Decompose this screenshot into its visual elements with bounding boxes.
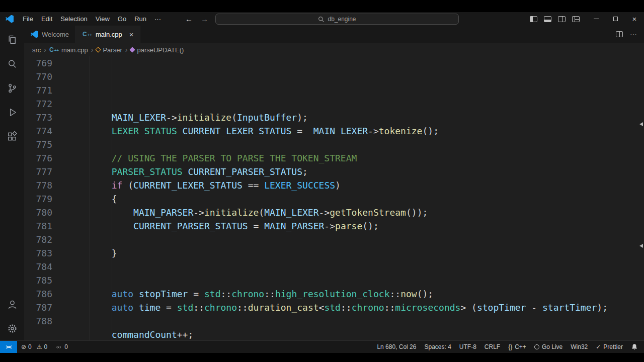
- prettier-label: Prettier: [603, 343, 623, 350]
- close-button[interactable]: ×: [625, 12, 644, 26]
- breadcrumb-item-src[interactable]: src: [32, 46, 41, 54]
- code-line[interactable]: [59, 138, 644, 151]
- line-number[interactable]: 780: [24, 206, 59, 219]
- line-number[interactable]: 782: [24, 233, 59, 246]
- tab-welcome[interactable]: Welcome: [24, 26, 76, 43]
- line-number[interactable]: 773: [24, 111, 59, 124]
- notifications-bell[interactable]: [627, 341, 642, 353]
- account-icon[interactable]: [0, 292, 24, 316]
- line-number[interactable]: 772: [24, 97, 59, 111]
- eol-status[interactable]: CRLF: [480, 341, 504, 353]
- encoding-status[interactable]: UTF-8: [455, 341, 480, 353]
- close-tab-icon[interactable]: ×: [129, 31, 134, 38]
- split-editor-icon[interactable]: [616, 31, 623, 37]
- forward-button[interactable]: →: [201, 15, 208, 23]
- line-number[interactable]: 775: [24, 138, 59, 151]
- code-line[interactable]: MAIN_PARSER->initialize(MAIN_LEXER->getT…: [59, 206, 644, 219]
- line-number[interactable]: 770: [24, 70, 59, 83]
- minimize-button[interactable]: [587, 12, 606, 26]
- line-number[interactable]: 778: [24, 178, 59, 192]
- toggle-panel-icon[interactable]: [544, 16, 551, 22]
- menu-view[interactable]: View: [92, 14, 114, 24]
- code-line[interactable]: [59, 314, 644, 328]
- code-line[interactable]: [59, 233, 644, 246]
- indentation-status[interactable]: Spaces: 4: [420, 341, 455, 353]
- problems-status[interactable]: ⊘ 0 ⚠ 0: [17, 341, 51, 353]
- back-button[interactable]: ←: [185, 15, 193, 23]
- cpp-file-icon: C++: [83, 31, 92, 37]
- ports-count: 0: [64, 343, 68, 350]
- settings-gear-icon[interactable]: [0, 316, 24, 340]
- line-number[interactable]: 788: [24, 314, 59, 328]
- ports-status[interactable]: 0: [51, 341, 72, 353]
- editor-more-actions-icon[interactable]: ···: [630, 30, 637, 38]
- history-nav: ← →: [185, 12, 208, 26]
- line-number[interactable]: 777: [24, 165, 59, 178]
- run-debug-icon[interactable]: [0, 100, 24, 124]
- go-live-button[interactable]: Go Live: [530, 341, 567, 353]
- code-line[interactable]: commandCount++;: [59, 328, 644, 340]
- code-line[interactable]: LEXER_STATUS CURRENT_LEXER_STATUS = MAIN…: [59, 124, 644, 138]
- code-line[interactable]: auto stopTimer = std::chrono::high_resol…: [59, 287, 644, 301]
- toggle-primary-sidebar-icon[interactable]: [530, 16, 537, 22]
- remote-icon: ><: [6, 344, 12, 350]
- code-line[interactable]: if (CURRENT_LEXER_STATUS == LEXER_SUCCES…: [59, 178, 644, 192]
- line-number[interactable]: 787: [24, 301, 59, 314]
- explorer-icon[interactable]: [0, 28, 24, 52]
- line-number[interactable]: 781: [24, 219, 59, 233]
- code-area[interactable]: MAIN_LEXER->initialize(InputBuffer); LEX…: [59, 56, 644, 340]
- tab-label: main.cpp: [96, 31, 122, 38]
- breadcrumb-item-main-cpp[interactable]: C++main.cpp: [49, 46, 88, 54]
- menu-more-icon[interactable]: ···: [150, 14, 165, 24]
- menu-go[interactable]: Go: [114, 14, 130, 24]
- cpp-file-icon: C++: [49, 47, 59, 53]
- vscode-window: FileEditSelectionViewGoRun··· ← → db_eng…: [0, 12, 644, 353]
- editor[interactable]: 7697707717727737747757767777787797807817…: [24, 56, 644, 340]
- breadcrumb-item-parseupdate[interactable]: parseUPDATE(): [130, 46, 184, 54]
- warning-count: 0: [44, 343, 48, 350]
- command-center-search[interactable]: db_engine: [215, 14, 459, 25]
- code-line[interactable]: [59, 274, 644, 287]
- language-mode[interactable]: {} C++: [504, 341, 530, 353]
- status-bar-right: Ln 680, Col 26 Spaces: 4 UTF-8 CRLF {} C…: [373, 341, 644, 353]
- error-count: 0: [28, 343, 32, 350]
- source-control-icon[interactable]: [0, 76, 24, 100]
- code-line[interactable]: }: [59, 246, 644, 260]
- tab-main-cpp[interactable]: C++main.cpp×: [76, 26, 141, 43]
- prettier-status[interactable]: ✓ Prettier: [592, 341, 627, 353]
- tab-bar: WelcomeC++main.cpp× ···: [24, 26, 644, 43]
- main-area: WelcomeC++main.cpp× ··· src›C++main.cpp›…: [0, 26, 644, 340]
- code-line[interactable]: // USING THE PARSER TO PARSE THE TOKEN_S…: [59, 151, 644, 165]
- restore-button[interactable]: [606, 12, 625, 26]
- code-line[interactable]: CURRENT_PARSER_STATUS = MAIN_PARSER->par…: [59, 219, 644, 233]
- line-number[interactable]: 774: [24, 124, 59, 138]
- code-line[interactable]: auto time = std::chrono::duration_cast<s…: [59, 301, 644, 314]
- line-number[interactable]: 779: [24, 192, 59, 206]
- line-number[interactable]: 783: [24, 246, 59, 260]
- warning-icon: ⚠: [37, 343, 42, 350]
- line-number[interactable]: 784: [24, 260, 59, 274]
- code-line[interactable]: [59, 260, 644, 274]
- line-number[interactable]: [24, 328, 59, 340]
- customize-layout-icon[interactable]: [572, 16, 580, 22]
- code-line[interactable]: {: [59, 192, 644, 206]
- line-number[interactable]: 769: [24, 56, 59, 70]
- search-sidebar-icon[interactable]: [0, 52, 24, 76]
- line-number[interactable]: 786: [24, 287, 59, 301]
- line-number[interactable]: 776: [24, 151, 59, 165]
- restore-icon: [613, 17, 618, 21]
- line-number[interactable]: 771: [24, 83, 59, 97]
- menu-selection[interactable]: Selection: [56, 14, 91, 24]
- os-target[interactable]: Win32: [567, 341, 592, 353]
- extensions-icon[interactable]: [0, 124, 24, 148]
- breadcrumb-item-parser[interactable]: Parser: [96, 46, 122, 54]
- line-number[interactable]: 785: [24, 274, 59, 287]
- cursor-position[interactable]: Ln 680, Col 26: [373, 341, 420, 353]
- remote-indicator[interactable]: ><: [0, 341, 17, 353]
- code-line[interactable]: MAIN_LEXER->initialize(InputBuffer);: [59, 111, 644, 124]
- code-line[interactable]: PARSER_STATUS CURRENT_PARSER_STATUS;: [59, 165, 644, 178]
- menu-file[interactable]: File: [19, 14, 37, 24]
- toggle-secondary-sidebar-icon[interactable]: [558, 16, 566, 22]
- menu-edit[interactable]: Edit: [37, 14, 56, 24]
- menu-run[interactable]: Run: [130, 14, 150, 24]
